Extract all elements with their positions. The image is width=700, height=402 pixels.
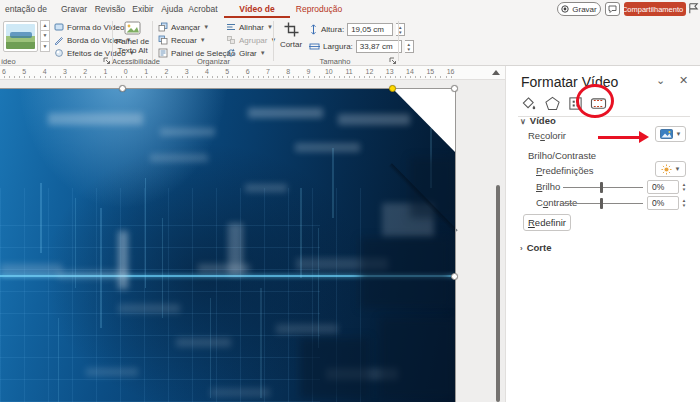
selection-handle-top-center[interactable] (119, 85, 126, 92)
paint-bucket-icon (521, 96, 536, 111)
video-light-streak (40, 183, 42, 253)
pane-tab-fill-line[interactable] (518, 93, 538, 113)
dialog-launcher-icon[interactable] (103, 57, 111, 65)
align-button[interactable]: Alinhar▼ (226, 21, 273, 33)
tab-ajuda[interactable]: Ajuda (158, 0, 186, 18)
share-button[interactable]: Compartilhamento ▼ (624, 2, 686, 16)
tab-apresentacao-de-slides[interactable]: entação de Slides (0, 0, 52, 18)
group-separator (112, 21, 113, 61)
record-icon (561, 5, 569, 13)
recolor-dropdown-button[interactable]: ▼ (655, 126, 686, 142)
video-light-streak (260, 288, 262, 398)
section-video-header[interactable]: ∨Vídeo (520, 115, 556, 126)
tab-video-de-formato[interactable]: Vídeo de Formato (222, 0, 292, 18)
selection-handle-right-middle[interactable] (451, 273, 458, 280)
contrast-value-spinner[interactable]: ▲▼ (679, 196, 689, 210)
record-button[interactable]: Gravar (557, 2, 601, 16)
height-input[interactable]: 19,05 cm (347, 23, 393, 36)
ruler-number: 5 (18, 68, 30, 75)
group-label-organize: Organizar (155, 57, 272, 66)
presets-dropdown-button[interactable]: ▼ (655, 161, 686, 177)
pane-close-icon[interactable]: ✕ (679, 74, 688, 87)
brightness-label: Brilho (536, 181, 560, 192)
brightness-slider-thumb[interactable] (600, 182, 603, 193)
video-dark-block (360, 238, 450, 308)
ruler-number: 7 (262, 68, 274, 75)
video-blur-block (0, 264, 62, 276)
tab-acrobat[interactable]: Acrobat (185, 0, 221, 18)
slide-canvas[interactable] (0, 80, 505, 402)
video-dark-block (380, 318, 455, 398)
ruler-number: 0 (120, 68, 132, 75)
brightness-slider[interactable] (563, 187, 643, 188)
video-light-streak (332, 148, 334, 218)
comments-button[interactable] (605, 2, 620, 16)
ruler-number: 4 (201, 68, 213, 75)
ruler-number: 16 (445, 68, 457, 75)
video-light-streak (318, 228, 319, 348)
sun-icon (661, 164, 672, 175)
pane-tab-effects[interactable] (542, 93, 562, 113)
video-light-streak (75, 198, 76, 288)
reset-button[interactable]: Redefinir (523, 214, 571, 231)
contrast-slider-thumb[interactable] (600, 198, 603, 209)
tab-revisao[interactable]: Revisão (92, 0, 128, 18)
ribbon-display-options-icon[interactable] (687, 2, 700, 16)
section-expand-icon: › (520, 244, 523, 253)
video-light-streak (210, 298, 211, 398)
video-styles-gallery[interactable] (3, 21, 38, 52)
video-blur-block (118, 231, 128, 289)
video-blur-block (295, 143, 360, 152)
shape-adjust-handle[interactable] (389, 85, 396, 92)
ruler-number: 1 (100, 68, 112, 75)
ruler-number: 11 (343, 68, 355, 75)
ribbon: ▲ ▼ ▼ Forma do Vídeo▼ Borda do Vídeo▼ Ef… (0, 18, 700, 66)
width-input[interactable]: 33,87 cm (356, 40, 402, 53)
dropdown-caret-icon: ▼ (675, 166, 681, 172)
alt-text-icon (124, 21, 141, 35)
brightness-value-input[interactable]: 0% (647, 180, 679, 194)
section-collapse-icon: ∨ (520, 117, 526, 126)
contrast-slider[interactable] (563, 203, 643, 204)
scrollbar-up-icon[interactable] (492, 70, 500, 75)
video-blur-block (118, 304, 180, 313)
ruler-number: 15 (424, 68, 436, 75)
section-crop-header[interactable]: ›Corte (520, 242, 551, 253)
tab-gravar[interactable]: Gravar (58, 0, 90, 18)
ruler-number: 3 (181, 68, 193, 75)
ruler-number: 4 (39, 68, 51, 75)
vertical-scrollbar-thumb[interactable] (496, 185, 500, 402)
video-blur-block (198, 264, 250, 273)
tab-exibir[interactable]: Exibir (129, 0, 157, 18)
dropdown-caret-icon: ▼ (200, 37, 206, 43)
video-object[interactable] (0, 88, 455, 402)
ruler-ticks (4, 76, 456, 78)
recolor-label: Recolorir (528, 130, 566, 141)
ruler-number: 13 (384, 68, 396, 75)
tab-reproducao[interactable]: Reprodução (293, 0, 345, 18)
selection-handle-top-right[interactable] (451, 85, 458, 92)
pane-collapse-icon[interactable]: ⌄ (656, 74, 665, 87)
gallery-scroll-controls: ▲ ▼ ▼ (40, 21, 50, 52)
annotation-arrow-head (639, 131, 649, 143)
alt-text-pane-button[interactable]: Painel de Texto Alt (114, 21, 151, 55)
group-separator (273, 21, 274, 61)
bring-forward-button[interactable]: Avançar▼ (158, 21, 209, 33)
ruler-number: 12 (363, 68, 375, 75)
contrast-value-input[interactable]: 0% (647, 196, 679, 210)
dialog-launcher-icon[interactable] (389, 57, 397, 65)
group-objects-icon (226, 35, 236, 45)
ruler-number: 2 (79, 68, 91, 75)
video-blur-block (276, 324, 338, 334)
gallery-more-icon[interactable]: ▼ (40, 41, 50, 52)
ruler-number: 10 (323, 68, 335, 75)
video-light-streak (162, 218, 163, 318)
video-style-thumbnail (6, 24, 35, 49)
width-label: Largura: (323, 42, 353, 51)
brightness-value-spinner[interactable]: ▲▼ (679, 180, 689, 194)
width-spinner[interactable]: ▲▼ (405, 40, 414, 53)
send-backward-button[interactable]: Recuar▼ (158, 34, 206, 46)
annotation-arrow (598, 136, 640, 139)
video-light-streak (300, 188, 302, 278)
crop-button[interactable]: Cortar (277, 22, 305, 49)
